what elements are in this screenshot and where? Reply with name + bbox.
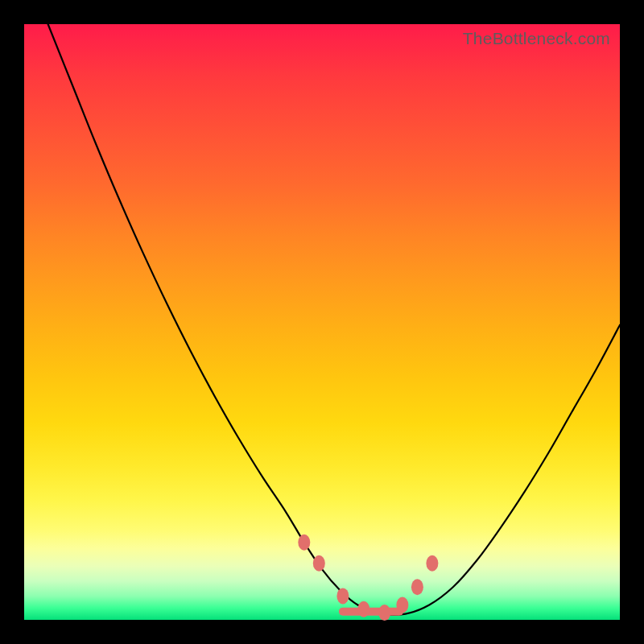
highlight-marker	[336, 588, 349, 604]
bottleneck-curve-line	[48, 24, 620, 615]
highlight-marker	[411, 579, 423, 595]
highlight-marker	[313, 555, 325, 572]
plot-area: TheBottleneck.com	[24, 24, 620, 620]
highlight-marker	[396, 597, 408, 613]
highlight-markers	[298, 535, 438, 621]
highlight-marker	[357, 601, 369, 617]
highlight-marker	[298, 535, 310, 551]
highlight-marker	[426, 555, 438, 572]
bottleneck-curve-svg	[24, 24, 620, 620]
chart-frame: TheBottleneck.com	[0, 0, 644, 644]
highlight-marker	[378, 605, 390, 621]
